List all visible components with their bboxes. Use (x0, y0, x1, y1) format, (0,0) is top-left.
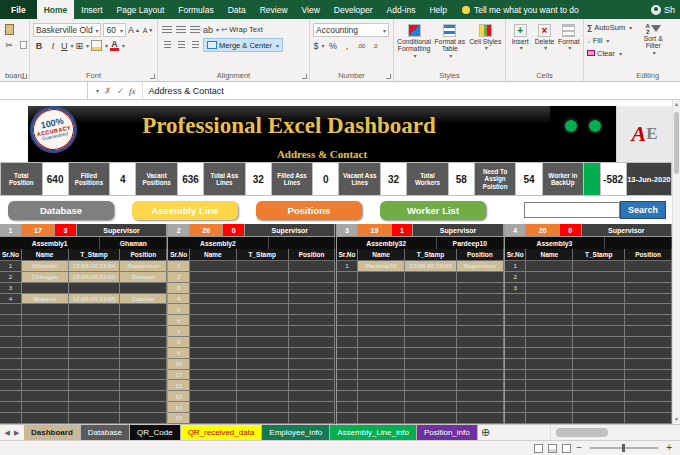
table-cell[interactable]: 5 (168, 304, 190, 315)
table-cell[interactable] (120, 337, 167, 348)
table-cell[interactable] (405, 283, 457, 294)
table-cell[interactable] (505, 337, 527, 348)
table-cell[interactable]: 12-06-20 23:04 (69, 261, 121, 272)
table-cell[interactable] (526, 272, 573, 283)
table-cell[interactable] (405, 315, 457, 326)
table-cell[interactable] (625, 370, 672, 381)
table-cell[interactable] (69, 337, 121, 348)
sheet-tab-database[interactable]: Database (81, 425, 130, 440)
table-cell[interactable] (190, 283, 237, 294)
fill-button[interactable]: ↓Fill▾ (587, 34, 632, 46)
table-cell[interactable] (237, 402, 289, 413)
number-dialog-launcher-icon[interactable] (386, 74, 391, 79)
align-right-button[interactable] (189, 39, 201, 52)
table-cell[interactable]: Pardeep10 (358, 261, 405, 272)
sheet-tab-assembly-line-info[interactable]: Assembly_Line_info (330, 425, 417, 440)
table-cell[interactable] (358, 337, 405, 348)
table-cell[interactable] (573, 272, 625, 283)
table-cell[interactable] (457, 402, 504, 413)
table-cell[interactable] (289, 272, 336, 283)
table-cell[interactable] (405, 391, 457, 402)
table-cell[interactable] (573, 337, 625, 348)
table-cell[interactable] (358, 391, 405, 402)
orientation-button[interactable]: ab▾ (203, 23, 219, 36)
table-cell[interactable]: 12-06-20 23:05 (69, 294, 121, 305)
user-account[interactable]: Sh (651, 0, 680, 19)
comma-style-button[interactable]: , (341, 39, 353, 52)
table-cell[interactable] (457, 315, 504, 326)
accounting-format-button[interactable]: $▾ (313, 39, 325, 52)
table-cell[interactable] (190, 402, 237, 413)
clipboard-dialog-launcher-icon[interactable] (22, 74, 27, 79)
table-cell[interactable]: 2 (505, 272, 527, 283)
table-cell[interactable] (69, 380, 121, 391)
sheet-tab-position-info[interactable]: Position_info (417, 425, 478, 440)
table-cell[interactable] (573, 391, 625, 402)
table-cell[interactable] (120, 359, 167, 370)
underline-button[interactable]: U▾ (61, 39, 74, 52)
new-sheet-button[interactable]: ⊕ (478, 425, 494, 440)
cut-button[interactable]: ✂ (3, 38, 15, 51)
table-cell[interactable] (190, 304, 237, 315)
table-cell[interactable] (237, 413, 289, 424)
table-cell[interactable] (573, 380, 625, 391)
table-cell[interactable] (190, 348, 237, 359)
table-cell[interactable] (457, 272, 504, 283)
table-cell[interactable] (190, 261, 237, 272)
table-cell[interactable] (573, 413, 625, 424)
table-cell[interactable] (405, 380, 457, 391)
table-cell[interactable] (505, 370, 527, 381)
insert-function-button[interactable]: fx (129, 86, 136, 96)
table-cell[interactable] (358, 348, 405, 359)
table-cell[interactable] (457, 348, 504, 359)
table-cell[interactable]: 13 (168, 391, 190, 402)
table-cell[interactable] (526, 402, 573, 413)
align-center-button[interactable] (175, 39, 187, 52)
table-cell[interactable] (505, 315, 527, 326)
table-cell[interactable] (69, 348, 121, 359)
table-cell[interactable] (337, 402, 359, 413)
table-cell[interactable] (337, 359, 359, 370)
sheet-nav-right-icon[interactable]: ▶ (14, 429, 19, 437)
table-cell[interactable] (505, 391, 527, 402)
table-cell[interactable] (405, 337, 457, 348)
table-cell[interactable] (0, 380, 22, 391)
table-cell[interactable]: 4 (168, 294, 190, 305)
table-cell[interactable] (289, 294, 336, 305)
decrease-decimal-button[interactable]: .0 (369, 39, 381, 52)
table-cell[interactable] (69, 304, 121, 315)
ribbon-tab-home[interactable]: Home (37, 0, 75, 19)
table-cell[interactable] (358, 294, 405, 305)
ribbon-tab-page-layout[interactable]: Page Layout (110, 0, 172, 19)
alignment-dialog-launcher-icon[interactable] (302, 74, 307, 79)
zoom-slider[interactable] (590, 447, 658, 449)
table-cell[interactable] (625, 294, 672, 305)
table-cell[interactable] (289, 283, 336, 294)
table-cell[interactable] (120, 402, 167, 413)
table-cell[interactable] (625, 391, 672, 402)
table-cell[interactable] (505, 380, 527, 391)
normal-view-icon[interactable] (534, 444, 543, 453)
cancel-entry-button[interactable]: ✗ (104, 86, 112, 96)
table-cell[interactable] (69, 413, 121, 424)
format-cells-button[interactable]: Format▾ (558, 23, 580, 52)
name-box-dropdown-icon[interactable]: ▾ (96, 87, 99, 94)
search-input[interactable] (524, 202, 620, 218)
table-cell[interactable] (289, 380, 336, 391)
table-cell[interactable] (526, 370, 573, 381)
table-cell[interactable] (573, 283, 625, 294)
table-cell[interactable] (358, 304, 405, 315)
table-cell[interactable] (457, 326, 504, 337)
scroll-down-icon[interactable]: ▼ (673, 415, 680, 424)
table-cell[interactable] (625, 283, 672, 294)
table-cell[interactable] (289, 348, 336, 359)
table-cell[interactable] (625, 326, 672, 337)
horizontal-scroll-thumb[interactable] (556, 428, 608, 437)
sheet-nav-left-icon[interactable]: ◀ (5, 429, 10, 437)
nav-button-positions[interactable]: Positions (256, 201, 362, 220)
grow-font-button[interactable]: A▲ (128, 24, 140, 37)
formula-input[interactable]: Address & Contact (143, 82, 680, 99)
table-cell[interactable] (337, 337, 359, 348)
insert-cells-button[interactable]: +Insert▾ (509, 23, 531, 52)
table-cell[interactable] (190, 413, 237, 424)
